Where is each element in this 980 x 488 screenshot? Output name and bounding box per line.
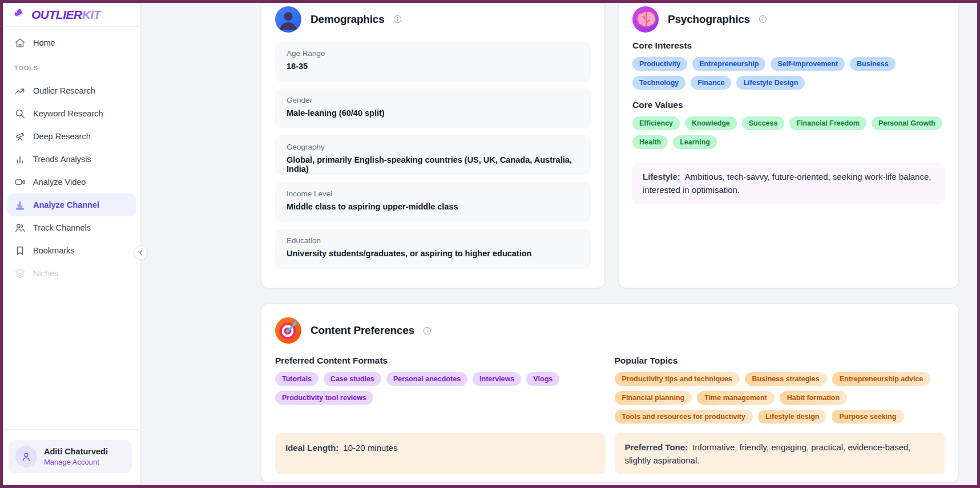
sidebar-item-outlier-research[interactable]: Outlier Research [3, 79, 140, 102]
field-value: Middle class to aspiring upper-middle cl… [287, 202, 579, 211]
sidebar-item-analyze-channel[interactable]: Analyze Channel [7, 193, 136, 216]
lifestyle-note: Lifestyle:Ambitious, tech-savvy, future-… [632, 163, 945, 204]
sidebar-item-label: Keyword Research [33, 109, 103, 118]
chip-lifestyle-design: Lifestyle design [758, 410, 826, 424]
home-icon [14, 37, 26, 49]
target-icon [275, 317, 301, 344]
chip-financial-freedom: Financial Freedom [789, 116, 866, 130]
user-account-card[interactable]: Aditi Chaturvedi Manage Account [9, 440, 132, 473]
chip-success: Success [742, 116, 785, 130]
core-interests-chips: ProductivityEntrepreneurshipSelf-improve… [632, 57, 945, 90]
chip-productivity-tips-and-techniques: Productivity tips and techniques [615, 372, 740, 386]
person-icon [21, 451, 32, 462]
sidebar-item-track-channels[interactable]: Track Channels [3, 216, 140, 239]
chip-personal-growth: Personal Growth [872, 116, 942, 130]
field-label: Geography [287, 143, 579, 151]
chip-health: Health [632, 135, 668, 149]
chip-personal-anecdotes: Personal anecdotes [386, 372, 467, 386]
chip-efficiency: Efficiency [632, 116, 680, 130]
field-label: Income Level [287, 189, 579, 198]
sidebar-item-home[interactable]: Home [3, 34, 140, 52]
content-preferences-card: Content Preferences Preferred Content Fo… [261, 303, 959, 483]
core-interests-heading: Core Interests [632, 41, 945, 51]
sidebar-item-label: Outlier Research [33, 86, 95, 95]
ideal-length-note: Ideal Length:10-20 minutes [275, 433, 606, 474]
sidebar-item-deep-research[interactable]: Deep Research [3, 125, 140, 148]
demographics-card: Demographics Age Range18-35GenderMale-le… [261, 3, 605, 288]
demographics-header: Demographics [261, 3, 604, 33]
search-icon [14, 108, 26, 119]
info-icon[interactable] [422, 326, 432, 336]
info-icon[interactable] [758, 14, 768, 24]
chip-productivity: Productivity [632, 57, 687, 71]
flame-icon [12, 7, 27, 22]
field-value: University students/graduates, or aspiri… [287, 249, 579, 258]
telescope-icon [14, 131, 26, 142]
card-title: Content Preferences [310, 324, 414, 337]
topics-column: Popular Topics Productivity tips and tec… [615, 356, 945, 474]
brain-icon [632, 6, 659, 33]
sidebar-item-niches: Niches [3, 262, 140, 285]
avatar [15, 446, 37, 467]
card-title: Demographics [310, 13, 385, 26]
sidebar-item-label: Analyze Video [33, 178, 86, 187]
topics-heading: Popular Topics [615, 356, 678, 366]
sidebar-item-label: Track Channels [33, 223, 91, 232]
sidebar-item-analyze-video[interactable]: Analyze Video [3, 171, 140, 193]
chip-interviews: Interviews [473, 372, 521, 386]
sidebar-footer-divider [3, 429, 140, 430]
field-education: EducationUniversity students/graduates, … [275, 229, 591, 269]
sidebar-collapse-button[interactable] [134, 245, 148, 260]
chip-business-strategies: Business strategies [745, 372, 827, 386]
chip-case-studies: Case studies [324, 372, 381, 386]
sidebar-item-label: Bookmarks [33, 246, 75, 255]
chip-productivity-tool-reviews: Productivity tool reviews [275, 391, 373, 405]
psychographics-body: Core Interests ProductivityEntrepreneurs… [619, 33, 958, 204]
chevron-left-icon [137, 249, 145, 257]
core-values-heading: Core Values [632, 100, 945, 110]
chip-entrepreneurship: Entrepreneurship [692, 57, 765, 71]
field-geography: GeographyGlobal, primarily English-speak… [275, 135, 591, 175]
content-preferences-header: Content Preferences [261, 304, 958, 344]
lifestyle-label: Lifestyle: [643, 172, 680, 182]
card-title: Psychographics [668, 13, 750, 26]
sidebar-item-label: Trends Analysis [33, 155, 91, 164]
sidebar-item-label: Deep Research [33, 132, 91, 141]
brand-wordmark: OUTLIERKIT [31, 8, 100, 22]
chip-time-management: Time management [697, 391, 775, 405]
column-chart-icon [14, 199, 26, 211]
formats-heading: Preferred Content Formats [275, 356, 388, 366]
chip-habit-formation: Habit formation [780, 391, 847, 405]
manage-account-link[interactable]: Manage Account [44, 458, 108, 466]
chip-lifestyle-design: Lifestyle Design [736, 76, 805, 90]
field-value: Global, primarily English-speaking count… [287, 155, 579, 174]
sidebar-item-trends-analysis[interactable]: Trends Analysis [3, 148, 140, 171]
field-gender: GenderMale-leaning (60/40 split) [275, 88, 591, 128]
sidebar-item-label: Niches [33, 269, 58, 278]
psychographics-card: Psychographics Core Interests Productivi… [618, 3, 959, 288]
field-value: Male-leaning (60/40 split) [287, 108, 579, 118]
field-value: 18-35 [287, 62, 579, 71]
field-label: Age Range [287, 49, 579, 58]
ideal-length-label: Ideal Length: [285, 443, 338, 453]
chip-vlogs: Vlogs [526, 372, 559, 386]
info-icon[interactable] [393, 14, 402, 24]
formats-column: Preferred Content Formats TutorialsCase … [275, 356, 606, 474]
core-values-chips: EfficiencyKnowledgeSuccessFinancial Free… [632, 116, 945, 149]
sidebar-item-bookmarks[interactable]: Bookmarks [3, 239, 140, 262]
video-camera-icon [14, 176, 26, 188]
sidebar-item-label: Home [33, 38, 55, 47]
field-label: Education [287, 236, 579, 245]
field-income-level: Income LevelMiddle class to aspiring upp… [275, 182, 591, 222]
preferred-tone-label: Preferred Tone: [625, 442, 688, 452]
sidebar-nav: Outlier ResearchKeyword ResearchDeep Res… [3, 79, 140, 285]
field-label: Gender [287, 96, 579, 104]
chip-purpose-seeking: Purpose seeking [832, 410, 904, 424]
chip-finance: Finance [691, 76, 731, 90]
sidebar-item-label: Analyze Channel [33, 200, 99, 209]
demographics-fields: Age Range18-35GenderMale-leaning (60/40 … [261, 33, 604, 269]
sidebar-item-keyword-research[interactable]: Keyword Research [3, 102, 140, 125]
sidebar-section-label: TOOLS [14, 64, 140, 71]
brand-logo[interactable]: OUTLIERKIT [3, 3, 140, 27]
app-window: OUTLIERKIT Home TOOLS Outlier ResearchKe… [0, 0, 980, 488]
